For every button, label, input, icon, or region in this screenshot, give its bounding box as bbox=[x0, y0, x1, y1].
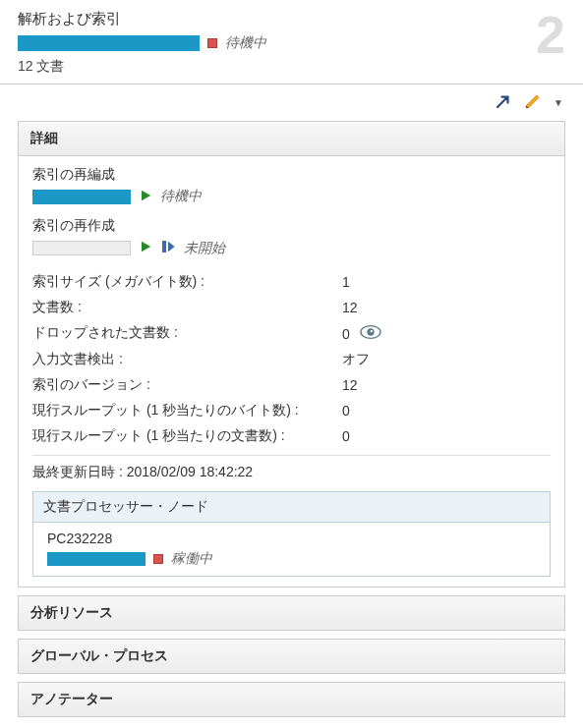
kv-key: ドロップされた文書数 : bbox=[32, 324, 342, 343]
kv-val: 0 bbox=[342, 324, 381, 343]
kv-val-text: 0 bbox=[342, 326, 350, 342]
kv-row: 現行スループット (1 秒当たりの文書数) : 0 bbox=[32, 423, 551, 449]
kv-key: 入力文書検出 : bbox=[32, 351, 342, 368]
big-number: 2 bbox=[536, 8, 565, 61]
kv-val: オフ bbox=[342, 351, 370, 368]
last-update-row: 最終更新日時 : 2018/02/09 18:42:22 bbox=[32, 455, 551, 481]
arrow-up-right-icon[interactable] bbox=[495, 92, 512, 113]
reorg-section: 索引の再編成 待機中 bbox=[32, 166, 551, 205]
kv-key: 索引のバージョン : bbox=[32, 376, 342, 394]
kv-row: 入力文書検出 : オフ bbox=[32, 347, 551, 372]
caret-down-icon[interactable]: ▼ bbox=[554, 97, 563, 108]
rebuild-status: 未開始 bbox=[184, 240, 225, 257]
header-section: 2 解析および索引 待機中 12 文書 bbox=[0, 0, 583, 84]
kv-key: 索引サイズ (メガバイト数) : bbox=[32, 273, 342, 291]
svg-rect-0 bbox=[162, 241, 166, 252]
kv-val: 0 bbox=[342, 427, 350, 445]
kv-val: 12 bbox=[342, 299, 358, 316]
header-title: 解析および索引 bbox=[18, 10, 565, 28]
svg-point-2 bbox=[367, 328, 374, 335]
kv-key: 現行スループット (1 秒当たりの文書数) : bbox=[32, 427, 342, 445]
kv-row: 現行スループット (1 秒当たりのバイト数) : 0 bbox=[32, 398, 551, 423]
header-progress-row: 待機中 bbox=[18, 34, 565, 52]
collapsed-panel-annotator[interactable]: アノテーター bbox=[18, 682, 565, 717]
reorg-label: 索引の再編成 bbox=[32, 166, 551, 184]
detail-panel: 詳細 索引の再編成 待機中 索引の再作成 未開始 bbox=[18, 121, 565, 588]
kv-val: 1 bbox=[342, 273, 350, 291]
node-box: 文書プロセッサー・ノード PC232228 稼働中 bbox=[32, 491, 551, 577]
header-progress-bar bbox=[18, 35, 200, 51]
detail-panel-body: 索引の再編成 待機中 索引の再作成 未開始 bbox=[19, 156, 564, 587]
kv-row: 索引のバージョン : 12 bbox=[32, 372, 551, 398]
kv-val: 0 bbox=[342, 402, 350, 420]
svg-point-3 bbox=[371, 330, 373, 332]
last-update-label: 最終更新日時 : bbox=[32, 464, 123, 479]
kv-row: ドロップされた文書数 : 0 bbox=[32, 320, 551, 347]
kv-val: 12 bbox=[342, 376, 358, 394]
doc-count-text: 12 文書 bbox=[18, 58, 565, 76]
last-update-value: 2018/02/09 18:42:22 bbox=[127, 464, 253, 479]
stop-status-icon bbox=[207, 38, 217, 48]
detail-panel-header[interactable]: 詳細 bbox=[19, 122, 564, 156]
rebuild-label: 索引の再作成 bbox=[32, 217, 551, 235]
collapsed-panel-global[interactable]: グローバル・プロセス bbox=[18, 639, 565, 674]
kv-row: 索引サイズ (メガバイト数) : 1 bbox=[32, 269, 551, 295]
kv-table: 索引サイズ (メガバイト数) : 1 文書数 : 12 ドロップされた文書数 :… bbox=[32, 269, 551, 449]
node-progress-bar bbox=[47, 552, 146, 566]
resume-flag-icon[interactable] bbox=[160, 239, 176, 257]
kv-key: 文書数 : bbox=[32, 299, 342, 316]
toolbar: ▼ bbox=[0, 84, 583, 121]
node-box-header[interactable]: 文書プロセッサー・ノード bbox=[33, 492, 550, 523]
collapsed-panel-analysis[interactable]: 分析リソース bbox=[18, 595, 565, 631]
rebuild-progress-bar bbox=[32, 241, 131, 255]
node-box-body: PC232228 稼働中 bbox=[33, 523, 550, 576]
eye-icon[interactable] bbox=[360, 324, 381, 343]
reorg-status: 待機中 bbox=[160, 188, 202, 205]
kv-key: 現行スループット (1 秒当たりのバイト数) : bbox=[32, 402, 342, 420]
reorg-bar-row: 待機中 bbox=[32, 188, 551, 205]
node-name: PC232228 bbox=[47, 531, 536, 546]
play-icon[interactable] bbox=[139, 240, 152, 256]
stop-status-icon bbox=[153, 554, 163, 564]
header-status-text: 待機中 bbox=[225, 34, 266, 52]
pencil-icon[interactable] bbox=[524, 92, 542, 113]
reorg-progress-bar bbox=[32, 190, 131, 204]
play-icon[interactable] bbox=[139, 189, 152, 205]
node-status: 稼働中 bbox=[171, 550, 212, 568]
rebuild-bar-row: 未開始 bbox=[32, 239, 551, 257]
node-bar-row: 稼働中 bbox=[47, 550, 536, 568]
rebuild-section: 索引の再作成 未開始 bbox=[32, 217, 551, 257]
kv-row: 文書数 : 12 bbox=[32, 295, 551, 320]
